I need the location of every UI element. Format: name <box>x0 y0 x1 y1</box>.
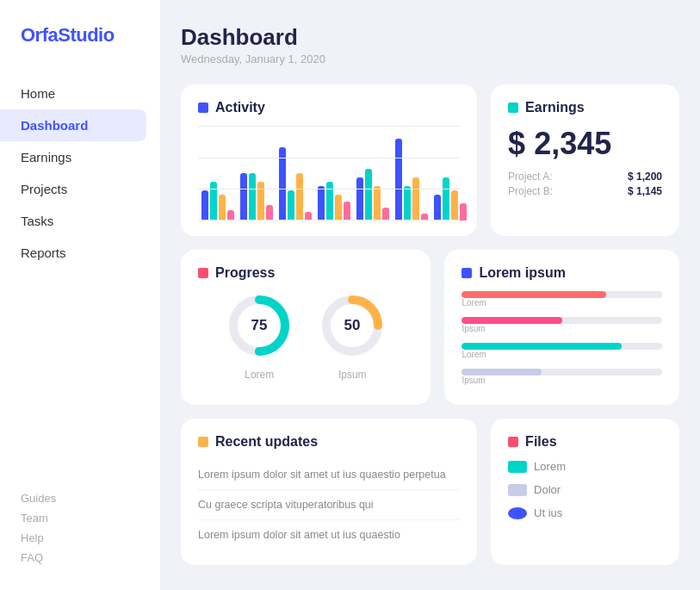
files-card: Files Lorem Dolor Ut ius <box>491 419 679 565</box>
sidebar-item-projects[interactable]: Projects <box>0 173 146 205</box>
app-logo: OrfaStudio <box>0 24 160 78</box>
bar-blue <box>395 139 402 220</box>
bar-blue <box>434 195 441 220</box>
files-title: Files <box>525 434 556 450</box>
lorem-title-row: Lorem ipsum <box>462 265 662 281</box>
lorem-hbars: Lorem Ipsum Lorem <box>462 291 662 389</box>
svg-text:50: 50 <box>344 317 361 333</box>
hbar-item-3: Ipsum <box>462 369 662 386</box>
sidebar-item-dashboard[interactable]: Dashboard <box>0 109 146 141</box>
sidebar-item-earnings[interactable]: Earnings <box>0 141 146 173</box>
sidebar: OrfaStudio Home Dashboard Earnings Proje… <box>0 0 160 590</box>
bar-green <box>443 177 449 220</box>
bar-blue <box>356 177 363 220</box>
bar-pink <box>305 212 312 220</box>
bar-blue <box>279 147 286 220</box>
progress-dot <box>198 268 208 278</box>
bar-green <box>210 182 217 220</box>
earnings-project-a-value: $ 1,200 <box>628 171 662 183</box>
bar-group <box>240 173 273 220</box>
sidebar-footer-team[interactable]: Team <box>21 512 139 525</box>
hbar-item-2: Lorem <box>462 343 662 360</box>
hbar-item-0: Lorem <box>462 291 662 308</box>
earnings-project-b-label: Project B: <box>508 185 553 197</box>
activity-title-row: Activity <box>198 100 460 115</box>
bar-orange <box>296 173 303 220</box>
bar-green <box>326 182 333 220</box>
sidebar-item-tasks[interactable]: Tasks <box>0 205 146 237</box>
progress-title-row: Progress <box>198 265 413 281</box>
sidebar-footer-guides[interactable]: Guides <box>21 492 139 505</box>
sidebar-footer-help[interactable]: Help <box>21 531 139 544</box>
files-item-0: Lorem <box>508 460 662 473</box>
hbar-label-2: Lorem <box>462 350 662 359</box>
hbar-fill-0 <box>462 291 605 298</box>
hbar-track-2 <box>462 343 662 350</box>
hbar-fill-1 <box>462 317 561 324</box>
recent-item-2: Lorem ipsum dolor sit amet ut ius quaest… <box>198 520 460 550</box>
bar-group <box>395 139 428 220</box>
bar-group <box>279 147 312 220</box>
donut-svg-ipsum: 50 <box>318 291 387 360</box>
files-label-1: Dolor <box>534 483 561 496</box>
hbar-track-1 <box>462 317 662 324</box>
hbar-track-3 <box>462 369 662 376</box>
recent-dot <box>198 437 208 447</box>
recent-title: Recent updates <box>215 434 318 450</box>
sidebar-footer: Guides Team Help FAQ <box>0 492 160 573</box>
hbar-track-0 <box>462 291 662 298</box>
earnings-card: Earnings $ 2,345 Project A: $ 1,200 Proj… <box>491 84 679 236</box>
row-3: Recent updates Lorem ipsum dolor sit ame… <box>181 419 679 565</box>
bar-green <box>365 169 372 220</box>
recent-item-1: Cu graece scripta vituperatoribus qui <box>198 490 460 520</box>
bar-orange <box>219 195 226 220</box>
bar-orange <box>412 177 419 220</box>
files-list: Lorem Dolor Ut ius <box>508 460 662 519</box>
activity-title: Activity <box>215 100 265 115</box>
files-color-1 <box>508 484 527 496</box>
activity-card: Activity <box>181 84 477 236</box>
sidebar-item-home[interactable]: Home <box>0 78 146 109</box>
bar-orange <box>335 195 342 220</box>
bar-orange <box>451 190 458 220</box>
files-title-row: Files <box>508 434 662 450</box>
lorem-card: Lorem ipsum Lorem Ipsum <box>444 250 679 405</box>
earnings-amount: $ 2,345 <box>508 126 662 162</box>
lorem-title: Lorem ipsum <box>479 265 565 281</box>
svg-text:75: 75 <box>251 317 268 333</box>
bar-green <box>288 190 294 220</box>
hbar-label-0: Lorem <box>462 298 662 307</box>
row-2: Progress 75 Lorem 50 <box>181 250 679 405</box>
files-color-0 <box>508 461 527 473</box>
bar-pink <box>266 205 273 220</box>
recent-item-0: Lorem ipsum dolor sit amet ut ius quaest… <box>198 460 460 490</box>
files-item-1: Dolor <box>508 483 662 496</box>
progress-title: Progress <box>215 265 275 281</box>
files-dot <box>508 437 518 447</box>
bar-pink <box>382 208 389 220</box>
sidebar-item-reports[interactable]: Reports <box>0 237 146 269</box>
earnings-project-b-value: $ 1,145 <box>628 185 662 197</box>
bar-pink <box>421 214 428 220</box>
hbar-fill-2 <box>462 343 622 350</box>
main-content: Dashboard Wednesday, January 1, 2020 Act… <box>160 0 700 590</box>
hbar-label-1: Ipsum <box>462 324 662 333</box>
files-label-2: Ut ius <box>534 506 562 519</box>
circle-label-lorem: Lorem <box>245 369 274 381</box>
progress-circles: 75 Lorem 50 Ipsum <box>198 291 413 381</box>
bar-orange <box>374 186 381 220</box>
circle-label-ipsum: Ipsum <box>338 369 367 381</box>
page-subtitle: Wednesday, January 1, 2020 <box>181 53 679 65</box>
earnings-title: Earnings <box>525 100 584 115</box>
lorem-dot <box>462 268 472 278</box>
earnings-dot <box>508 102 518 113</box>
activity-chart <box>198 126 460 220</box>
bar-blue <box>201 190 208 220</box>
earnings-project-a-label: Project A: <box>508 171 552 183</box>
bar-orange <box>257 182 264 220</box>
donut-svg-lorem: 75 <box>225 291 294 360</box>
earnings-project-b-row: Project B: $ 1,145 <box>508 185 662 197</box>
bar-group <box>356 169 389 220</box>
sidebar-footer-faq[interactable]: FAQ <box>21 551 139 564</box>
bar-green <box>249 173 256 220</box>
